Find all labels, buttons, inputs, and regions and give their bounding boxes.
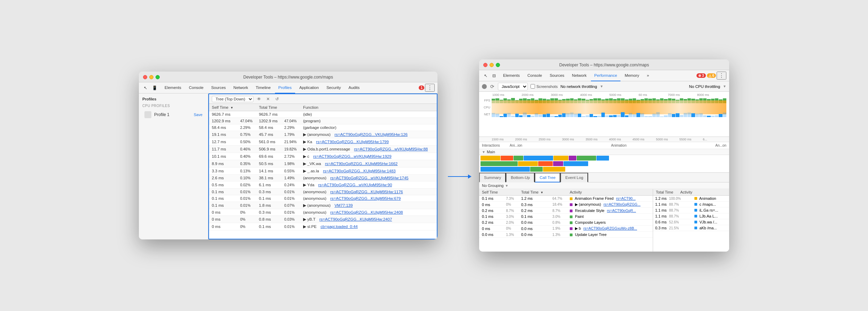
- table-row[interactable]: 19.1 ms 0.75% 45.7 ms 1.79% ▶ (anonymous…: [209, 131, 437, 138]
- fn-link[interactable]: rs=ACT90oGqRZGG...wVKUlgM95Hw:90: [318, 183, 392, 187]
- eye-btn[interactable]: 👁: [256, 96, 262, 103]
- mobile-tool-btn[interactable]: 📱: [150, 84, 159, 92]
- ct-col-self[interactable]: Self Time: [479, 189, 503, 196]
- table-row[interactable]: 0 ms 0% 0.3 ms 0.01% (anonymous) rs=ACT9…: [209, 209, 437, 216]
- right-tab-elements[interactable]: Elements: [500, 70, 523, 81]
- table-row[interactable]: 9626.7 ms 9626.7 ms (idle): [209, 111, 437, 118]
- activity-link[interactable]: rs=ACT90oGqRZGG...: [603, 202, 641, 206]
- table-row[interactable]: 58.4 ms 2.29% 58.4 ms 2.29% (garbage col…: [209, 124, 437, 131]
- fn-link[interactable]: rs=ACT90oGqRZGG...KUlgM95Hw:679: [330, 196, 401, 200]
- clear-btn[interactable]: ✕: [265, 96, 272, 103]
- refresh-btn[interactable]: ↺: [274, 96, 281, 103]
- cursor-tool-btn[interactable]: ↖: [142, 84, 149, 92]
- table-row[interactable]: 0 ms 0% 0.8 ms 0.03% ▶ yB.T rs=ACT90oGqR…: [209, 216, 437, 223]
- table-row[interactable]: 12.7 ms 0.50% 561.0 ms 21.94% ▶ Ka rs=AC…: [209, 138, 437, 146]
- maximize-button-right[interactable]: [496, 63, 500, 67]
- maximize-button-left[interactable]: [156, 75, 160, 79]
- table-row[interactable]: 2.6 ms 0.10% 38.1 ms 1.49% (anonymous) r…: [209, 175, 437, 181]
- minimize-button-left[interactable]: [149, 75, 153, 79]
- js-select[interactable]: JavaScript: [498, 83, 528, 90]
- reload-btn[interactable]: ⟳: [490, 84, 495, 89]
- tree-type-select[interactable]: Tree (Top Down): [212, 96, 253, 102]
- tab-audits[interactable]: Audits: [345, 82, 363, 93]
- hs-row[interactable]: 0.6 ms 52.6% VJb.wa /...: [653, 219, 729, 225]
- fn-link[interactable]: rs=ACT90oGqRZGG...KUlgM95Hw:2407: [319, 217, 392, 221]
- call-tree-row[interactable]: 0.2 ms 2.0% 0.0 ms 0.8% Composite Layers: [479, 220, 653, 226]
- fn-link[interactable]: rs=ACT90oGqRZGG...wVKUlgM95Hw:1745: [330, 176, 408, 180]
- main-section-header[interactable]: ▼ Main: [479, 149, 729, 155]
- call-tree-row[interactable]: 0.1 ms 3.0% 0.1 ms 3.0% Paint: [479, 214, 653, 220]
- table-row[interactable]: 0.5 ms 0.02% 6.1 ms 0.24% ▶ Yda rs=ACT90…: [209, 181, 437, 189]
- timeline-area[interactable]: 1000 ms2000 ms3000 ms4000 ms5000 ms60 ms…: [479, 92, 729, 137]
- call-tree-row[interactable]: 0 ms 0% 0.0 ms 1.9% ▶ b rs=ACT90oGqRZGGx…: [479, 226, 653, 232]
- collapse-icon[interactable]: ▼: [482, 150, 485, 154]
- profile-table-scroll[interactable]: Self Time ▼ Total Time Function 9626.7 m…: [209, 104, 437, 239]
- ct-col-total[interactable]: Total Time ▼: [518, 189, 550, 196]
- hs-row[interactable]: 0.3 ms 21.5% aKb /ma...: [653, 225, 729, 231]
- hs-row[interactable]: 1.1 ms 88.7% c /maps...: [653, 202, 729, 207]
- fn-link[interactable]: rs=ACT90oGqRZGG...KUlgM95Hw:1483: [323, 169, 395, 173]
- minimize-button-right[interactable]: [490, 63, 494, 67]
- table-row[interactable]: 0.1 ms 0.01% 0.3 ms 0.01% (anonymous) rs…: [209, 189, 437, 195]
- fn-link[interactable]: rs=ACT90oGqRZGG...wVKUlgM95Hw:1929: [313, 154, 391, 158]
- table-row[interactable]: 0.1 ms 0.01% 1.8 ms 0.07% ▶ (anonymous) …: [209, 202, 437, 209]
- fn-link[interactable]: rs=ACT90oGqRZGG...KUlgM95Hw:1662: [325, 162, 398, 166]
- tab-network[interactable]: Network: [230, 82, 251, 93]
- table-row[interactable]: 11.7 ms 0.46% 506.9 ms 19.82% ▶ Oda.b.po…: [209, 146, 437, 153]
- tab-profiles[interactable]: Profiles: [275, 82, 295, 93]
- table-row[interactable]: 0 ms 0% 0.1 ms 0.01% ▶ sl.PE cb=gapi.loa…: [209, 223, 437, 230]
- col-function[interactable]: Function: [300, 104, 437, 111]
- table-row[interactable]: 0.1 ms 0.01% 0.1 ms 0.01% (anonymous) rs…: [209, 195, 437, 202]
- tab-elements[interactable]: Elements: [161, 82, 185, 93]
- main-flamechart[interactable]: [479, 155, 729, 172]
- dock-btn[interactable]: ⊟: [490, 72, 498, 80]
- right-tab-more[interactable]: »: [643, 70, 652, 81]
- hs-row[interactable]: 1.1 ms 88.7% iL.Ga rs=...: [653, 207, 729, 213]
- fn-link[interactable]: rs=ACT90oGqRZGG...VKUlgM95Hw:126: [334, 132, 408, 137]
- tab-call-tree[interactable]: Call Tree: [535, 173, 560, 182]
- tab-event-log[interactable]: Event Log: [560, 173, 588, 182]
- call-tree-main[interactable]: Self Time Total Time ▼ Activity 0.1 ms 7…: [479, 189, 653, 252]
- fn-link[interactable]: rs=ACT90oGqRZGG...KUlgM95Hw:1799: [316, 140, 389, 144]
- call-tree-row[interactable]: 0.0 ms 1.3% 0.0 ms 1.3% Update Layer Tre…: [479, 232, 653, 238]
- tab-timeline[interactable]: Timeline: [252, 82, 274, 93]
- call-tree-row[interactable]: 0 ms 0% 0.3 ms 18.4% ▶ (anonymous) rs=AC…: [479, 202, 653, 208]
- profile-item-1[interactable]: Profile 1 Save: [142, 110, 205, 120]
- menu-button-left[interactable]: ⋮: [425, 84, 435, 92]
- screenshots-checkbox-label[interactable]: Screenshots: [531, 84, 558, 89]
- close-button-left[interactable]: [143, 75, 147, 79]
- cursor-tool-btn-right[interactable]: ↖: [482, 72, 490, 80]
- tab-summary[interactable]: Summary: [479, 173, 506, 182]
- profile-save-link[interactable]: Save: [194, 113, 202, 117]
- right-tab-network[interactable]: Network: [568, 70, 590, 81]
- hs-row[interactable]: 1.2 ms 100.0% Animation: [653, 196, 729, 202]
- ct-col-activity[interactable]: Activity: [567, 189, 653, 196]
- record-btn[interactable]: [482, 84, 487, 89]
- right-tab-memory[interactable]: Memory: [621, 70, 643, 81]
- tab-security[interactable]: Security: [323, 82, 344, 93]
- screenshots-checkbox[interactable]: [531, 84, 535, 89]
- tab-application[interactable]: Application: [296, 82, 322, 93]
- tab-sources[interactable]: Sources: [208, 82, 229, 93]
- tab-console[interactable]: Console: [185, 82, 207, 93]
- fn-link[interactable]: VM77:139: [334, 203, 352, 207]
- fn-link[interactable]: rs=ACT90oGqRZGG...KUlgM95Hw:2408: [330, 210, 403, 214]
- call-tree-row[interactable]: 0.2 ms 8.7% 0.2 ms 8.7% Recalculate Styl…: [479, 208, 653, 214]
- col-total-time[interactable]: Total Time: [256, 104, 282, 111]
- right-tab-console[interactable]: Console: [524, 70, 545, 81]
- table-row[interactable]: 10.1 ms 0.40% 69.6 ms 2.72% ▶ c rs=ACT90…: [209, 153, 437, 160]
- activity-link[interactable]: rs=ACT90oGqR...: [607, 208, 636, 213]
- close-button-right[interactable]: [483, 63, 487, 67]
- activity-link[interactable]: rs=ACT90...: [616, 196, 635, 200]
- col-self-time[interactable]: Self Time ▼: [209, 104, 237, 111]
- table-row[interactable]: 1202.9 ms 47.04% 1202.9 ms 47.04% (progr…: [209, 118, 437, 124]
- fn-link[interactable]: rs=ACT90oGqRZGG...KUlgM95Hw:1176: [330, 190, 403, 194]
- right-tab-sources[interactable]: Sources: [546, 70, 568, 81]
- tab-bottom-up[interactable]: Bottom-Up: [506, 173, 535, 182]
- fn-link[interactable]: rs=ACT90oGqRZGG...wVKUlgM95Hw:88: [354, 147, 428, 151]
- fn-link[interactable]: cb=gapi.loaded_0:44: [320, 224, 358, 229]
- table-row[interactable]: 3.3 ms 0.13% 14.1 ms 0.55% ▶ _.as.la rs=…: [209, 167, 437, 175]
- activity-link[interactable]: rs=ACT90oGqRZGGxuWo-z8B...: [583, 226, 637, 230]
- right-tab-performance[interactable]: Performance: [591, 70, 621, 81]
- table-row[interactable]: 8.9 ms 0.35% 50.5 ms 1.98% ▶ _VK.wa rs=A…: [209, 160, 437, 167]
